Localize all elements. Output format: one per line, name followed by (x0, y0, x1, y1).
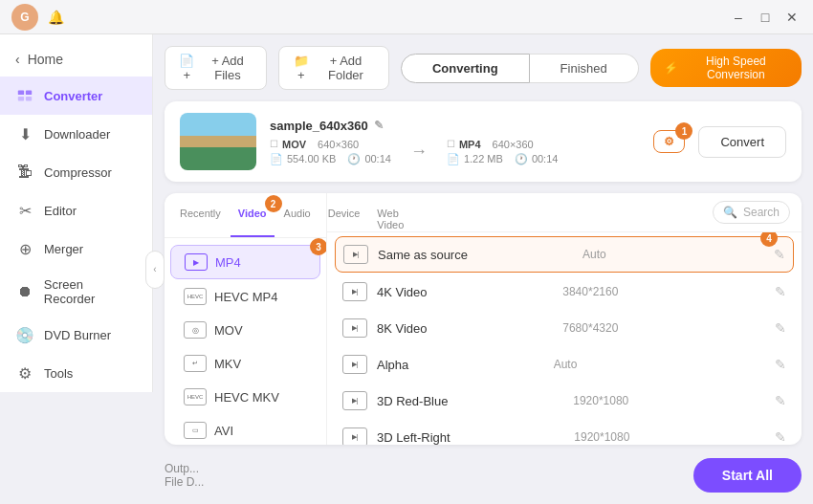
quality-resolution: Auto (554, 358, 630, 371)
sidebar-item-compressor[interactable]: 🗜 Compressor (0, 153, 152, 191)
quality-item-left: ▶| 4K Video (342, 282, 428, 301)
output-label: Outp... (165, 462, 204, 475)
format-item-mkv[interactable]: ↵ MKV (170, 347, 320, 380)
clock-icon-tgt: 🕐 (515, 153, 528, 165)
sidebar-item-editor[interactable]: ✂ Editor (0, 191, 152, 230)
quality-name: 3D Red-Blue (377, 394, 448, 408)
quality-video-icon: ▶| (342, 355, 367, 374)
quality-item-8k[interactable]: ▶| 8K Video 7680*4320 ✎ (335, 311, 794, 345)
finished-tab[interactable]: Finished (530, 54, 639, 83)
lightning-icon: ⚡ (664, 61, 678, 75)
converting-tab[interactable]: Converting (401, 54, 530, 83)
sidebar-item-label: Converter (44, 89, 102, 103)
format-item-hevc-mp4[interactable]: HEVC HEVC MP4 (170, 280, 320, 313)
quality-edit-icon[interactable]: ✎ (775, 284, 786, 299)
quality-item-4k[interactable]: ▶| 4K Video 3840*2160 ✎ (335, 274, 794, 309)
add-folder-button[interactable]: 📁+ + Add Folder (278, 46, 389, 90)
svg-rect-0 (18, 91, 24, 96)
sidebar-item-downloader[interactable]: ⬇ Downloader (0, 115, 152, 153)
sidebar-item-merger[interactable]: ⊕ Merger (0, 230, 152, 268)
badge-4: 4 (760, 232, 778, 247)
file-name-row: sample_640x360 ✎ (270, 119, 640, 133)
hevc-mp4-icon: HEVC (184, 288, 207, 305)
quality-item-same-as-source[interactable]: ▶| Same as source Auto ✎ 4 (335, 236, 794, 273)
svg-rect-1 (26, 91, 32, 96)
mov-icon: ◎ (184, 321, 207, 339)
merger-icon: ⊕ (15, 239, 34, 258)
format-item-label: HEVC MP4 (214, 290, 277, 304)
notification-bell[interactable]: 🔔 (46, 8, 65, 27)
source-format: MOV (282, 139, 306, 150)
sidebar-item-label: Compressor (44, 165, 112, 180)
screen-recorder-icon: ⏺ (15, 282, 34, 301)
quality-name: Same as source (378, 248, 468, 262)
main-content: 📄+ + Add Files 📁+ + Add Folder Convertin… (153, 34, 813, 504)
format-item-mp4[interactable]: ▶ MP4 3 (170, 245, 320, 279)
quality-item-left: ▶| Same as source (343, 245, 468, 264)
avi-icon: ▭ (184, 422, 207, 439)
mp4-icon: ▶ (185, 253, 208, 271)
quality-video-icon: ▶| (342, 427, 367, 445)
file-name-text: sample_640x360 (270, 119, 368, 133)
quality-name: Alpha (377, 358, 408, 372)
sidebar-item-dvd-burner[interactable]: 💿 DVD Burner (0, 316, 152, 354)
quality-item-alpha[interactable]: ▶| Alpha Auto ✎ (335, 347, 794, 382)
format-left-panel: Recently Video 2 Audio Device Web Video … (165, 193, 327, 445)
settings-icon: ⚙ (664, 135, 674, 148)
quality-list: ▶| Same as source Auto ✎ 4 ▶| 4K Video 3… (327, 232, 802, 445)
close-button[interactable]: ✕ (782, 8, 802, 27)
target-meta: ☐ MP4 640×360 📄 1.22 MB 🕐 00:14 (447, 139, 559, 165)
source-resolution: 640×360 (318, 139, 359, 150)
quality-edit-icon[interactable]: ✎ (775, 357, 786, 372)
convert-button[interactable]: Convert (698, 126, 786, 158)
titlebar: G 🔔 – □ ✕ (0, 0, 813, 34)
maximize-button[interactable]: □ (756, 8, 775, 27)
quality-name: 8K Video (377, 321, 428, 336)
quality-edit-icon[interactable]: ✎ (774, 247, 785, 262)
format-item-label: MP4 (215, 255, 241, 270)
sidebar-item-screen-recorder[interactable]: ⏺ Screen Recorder (0, 268, 152, 316)
format-item-mov[interactable]: ◎ MOV (170, 314, 320, 346)
tab-recently[interactable]: Recently (172, 203, 229, 237)
source-format-check: ☐ (270, 139, 278, 149)
tab-video[interactable]: Video 2 (231, 203, 275, 237)
sidebar-item-converter[interactable]: Converter (0, 77, 152, 115)
sidebar: ‹ Home Converter ⬇ Downloader (0, 34, 153, 392)
file-info: sample_640x360 ✎ ☐ MOV 640×360 📄 554.00 … (270, 119, 640, 165)
sidebar-collapse-btn[interactable]: ‹ (145, 251, 165, 289)
quality-item-3d-left-right[interactable]: ▶| 3D Left-Right 1920*1080 ✎ (335, 420, 794, 445)
format-right-panel: 🔍 Search ▶| Same as source Auto ✎ 4 (327, 193, 802, 445)
edit-filename-icon[interactable]: ✎ (374, 119, 384, 132)
dvd-burner-icon: 💿 (15, 325, 34, 344)
sidebar-item-tools[interactable]: ⚙ Tools (0, 354, 152, 392)
quality-video-icon: ▶| (342, 318, 367, 338)
quality-edit-icon[interactable]: ✎ (775, 429, 786, 445)
tools-icon: ⚙ (15, 363, 34, 383)
quality-item-3d-red-blue[interactable]: ▶| 3D Red-Blue 1920*1080 ✎ (335, 383, 794, 418)
sidebar-item-label: Editor (44, 204, 77, 218)
svg-rect-2 (18, 97, 24, 101)
quality-edit-icon[interactable]: ✎ (775, 393, 786, 408)
minimize-button[interactable]: – (729, 8, 748, 27)
target-format: MP4 (459, 139, 481, 150)
arrow-icon: → (403, 142, 435, 162)
quality-edit-icon[interactable]: ✎ (775, 320, 786, 336)
tab-audio[interactable]: Audio (276, 203, 319, 237)
format-item-avi[interactable]: ▭ AVI (170, 414, 320, 445)
target-size: 1.22 MB (464, 153, 503, 164)
format-tabs: Recently Video 2 Audio Device Web Video (165, 193, 326, 238)
source-size: 554.00 KB (287, 153, 336, 164)
start-all-button[interactable]: Start All (693, 458, 802, 493)
home-label: Home (28, 52, 63, 67)
search-row: 🔍 Search (327, 193, 802, 232)
svg-rect-3 (26, 97, 32, 101)
file-thumbnail (180, 113, 256, 170)
add-files-button[interactable]: 📄+ + Add Files (165, 46, 267, 90)
sidebar-item-label: Merger (44, 242, 83, 256)
format-item-label: HEVC MKV (214, 390, 279, 405)
source-size-icon: 📄 (270, 153, 283, 165)
format-item-hevc-mkv[interactable]: HEVC HEVC MKV (170, 381, 320, 413)
bottom-output-info: Outp... File D... (165, 462, 204, 489)
sidebar-home[interactable]: ‹ Home (0, 42, 152, 77)
high-speed-btn[interactable]: ⚡ High Speed Conversion (650, 49, 802, 87)
